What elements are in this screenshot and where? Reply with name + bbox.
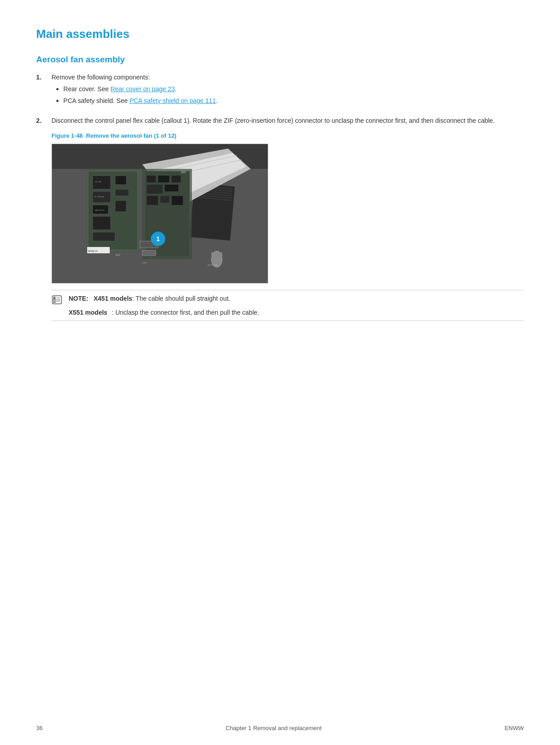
bullet-2: • PCA safety shield. See PCA safety shie… bbox=[56, 97, 524, 105]
bullet-2-text: PCA safety shield. See PCA safety shield… bbox=[63, 97, 218, 104]
svg-rect-31 bbox=[147, 176, 156, 182]
bullet-1-text: Rear cover. See Rear cover on page 23. bbox=[63, 85, 177, 93]
svg-rect-34 bbox=[147, 185, 163, 194]
step-1-number: 1. bbox=[36, 74, 46, 109]
page-footer: 36 Chapter 1 Removal and replacement ENW… bbox=[36, 725, 524, 731]
section-title: Aerosol fan assembly bbox=[36, 55, 524, 65]
step-1-content: Remove the following components: • Rear … bbox=[51, 74, 524, 109]
svg-rect-37 bbox=[160, 196, 169, 203]
main-title: Main assemblies bbox=[36, 27, 524, 41]
svg-rect-43 bbox=[211, 252, 222, 259]
step-2-number: 2. bbox=[36, 117, 46, 321]
note-text-1: NOTE: X451 models: The cable should pull… bbox=[69, 295, 230, 302]
svg-rect-38 bbox=[172, 196, 183, 205]
svg-rect-11 bbox=[115, 200, 126, 212]
bullet-2-after: . bbox=[216, 97, 218, 104]
svg-rect-8 bbox=[93, 232, 115, 241]
note-x451-bold: X451 models bbox=[93, 295, 132, 302]
svg-rect-41 bbox=[142, 250, 156, 256]
svg-text:IN CHINA: IN CHINA bbox=[208, 264, 218, 266]
svg-rect-50 bbox=[54, 297, 55, 298]
step-1-text: Remove the following components: bbox=[51, 74, 150, 81]
step-2-content: Disconnect the control panel flex cable … bbox=[51, 117, 524, 321]
instructions-list: 1. Remove the following components: • Re… bbox=[36, 74, 524, 321]
footer-brand: ENWW bbox=[504, 725, 524, 731]
svg-text:711 J50: 711 J50 bbox=[95, 181, 102, 183]
note-x551-bold: X551 models bbox=[69, 309, 107, 316]
svg-text:J60: J60 bbox=[181, 171, 186, 174]
step-1: 1. Remove the following components: • Re… bbox=[36, 74, 524, 109]
svg-rect-49 bbox=[54, 299, 55, 303]
pca-safety-link[interactable]: PCA safety shield on page 111 bbox=[130, 97, 216, 104]
bullet-2-before: PCA safety shield. See bbox=[63, 97, 129, 104]
bullet-icon-1: • bbox=[56, 85, 59, 93]
svg-rect-36 bbox=[147, 196, 158, 205]
bullet-icon-2: • bbox=[56, 97, 59, 105]
figure-image: 711 J50 E Y N3-500 ZEB 1/2:0:0 MADE IN J… bbox=[51, 144, 268, 284]
note-line-2: X551 models: Unclasp the connector first… bbox=[69, 309, 524, 316]
svg-text:MADE IN: MADE IN bbox=[88, 250, 98, 252]
svg-text:J42: J42 bbox=[115, 253, 120, 256]
svg-rect-10 bbox=[115, 189, 129, 196]
svg-rect-7 bbox=[93, 216, 111, 230]
bullet-list: • Rear cover. See Rear cover on page 23.… bbox=[56, 85, 524, 105]
svg-rect-33 bbox=[172, 176, 181, 182]
svg-text:E Y N3-500: E Y N3-500 bbox=[95, 196, 104, 198]
rear-cover-link[interactable]: Rear cover on page 23 bbox=[111, 85, 175, 93]
bullet-1: • Rear cover. See Rear cover on page 23. bbox=[56, 85, 524, 93]
svg-text:J45: J45 bbox=[142, 261, 147, 264]
svg-text:1: 1 bbox=[156, 235, 160, 242]
note-line-1: NOTE: X451 models: The cable should pull… bbox=[51, 295, 524, 306]
bullet-1-before: Rear cover. See bbox=[63, 85, 110, 93]
note-line2-text: : Unclasp the connector first, and then … bbox=[112, 309, 259, 316]
figure-caption: Figure 1-48 Remove the aerosol fan (1 of… bbox=[51, 132, 524, 139]
note-line1-text: : The cable should pull straight out. bbox=[132, 295, 230, 302]
svg-rect-32 bbox=[158, 176, 169, 182]
svg-rect-35 bbox=[165, 185, 178, 191]
note-icon-svg bbox=[51, 295, 64, 306]
footer-page-number: 36 bbox=[36, 725, 42, 731]
note-box: NOTE: X451 models: The cable should pull… bbox=[51, 290, 524, 321]
bullet-1-after: . bbox=[175, 85, 177, 93]
footer-chapter: Chapter 1 Removal and replacement bbox=[226, 725, 322, 731]
note-icon bbox=[51, 295, 64, 306]
step-2: 2. Disconnect the control panel flex cab… bbox=[36, 117, 524, 321]
svg-rect-9 bbox=[115, 176, 126, 185]
svg-text:ZEB 1/2:0:0: ZEB 1/2:0:0 bbox=[95, 209, 105, 211]
step-2-text: Disconnect the control panel flex cable … bbox=[51, 117, 495, 124]
pcb-svg: 711 J50 E Y N3-500 ZEB 1/2:0:0 MADE IN J… bbox=[52, 144, 268, 284]
note-label: NOTE: bbox=[69, 295, 89, 302]
